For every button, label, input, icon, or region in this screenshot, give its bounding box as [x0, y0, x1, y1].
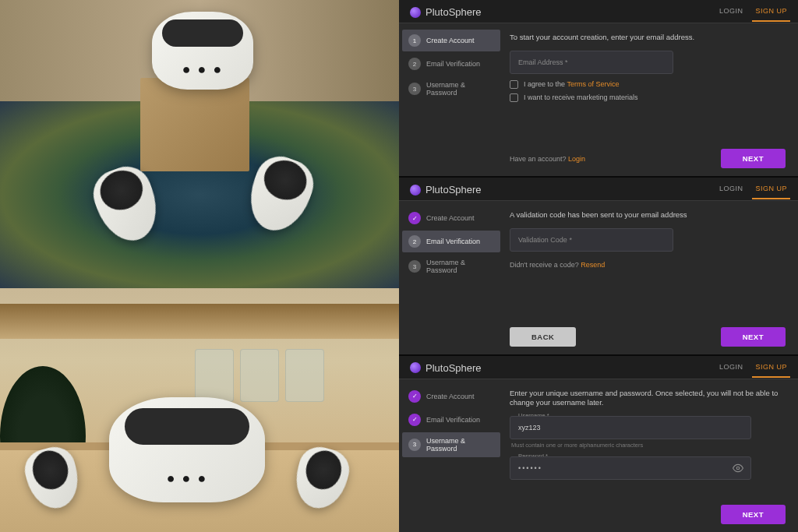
stepper: Create Account Email Verification 3 User… — [399, 379, 500, 532]
brand: PlutoSphere — [410, 6, 482, 18]
username-helper: Must contain one or more alphanumeric ch… — [511, 442, 786, 449]
terms-checkbox[interactable] — [510, 80, 518, 89]
step-label: Email Verification — [426, 238, 480, 245]
brand: PlutoSphere — [410, 184, 482, 196]
next-button[interactable]: NEXT — [721, 149, 786, 168]
step-badge-3: 3 — [408, 260, 421, 273]
step-badge-2-done — [408, 414, 421, 426]
stepper: 1 Create Account 2 Email Verification 3 … — [399, 23, 500, 176]
terms-prefix: I agree to the — [524, 80, 567, 88]
validation-code-input[interactable]: Validation Code * — [510, 228, 673, 252]
photo-headset-on-box — [0, 0, 399, 288]
brand-icon — [410, 7, 421, 18]
next-button[interactable]: NEXT — [721, 505, 786, 524]
username-input[interactable]: xyz123 — [510, 416, 751, 439]
brand-name: PlutoSphere — [425, 184, 482, 196]
step-badge-3: 3 — [408, 439, 421, 451]
step-label: Username & Password — [426, 81, 494, 97]
step-label: Username & Password — [426, 259, 494, 274]
app-header: PlutoSphere LOGIN SIGN UP — [399, 0, 798, 23]
step-label: Create Account — [426, 37, 475, 44]
signup-link[interactable]: SIGN UP — [755, 7, 787, 17]
terms-of-service-link[interactable]: Terms of Service — [567, 80, 619, 88]
step-email-verification[interactable]: 2 Email Verification — [402, 231, 500, 252]
instruction-text: A validation code has been sent to your … — [510, 210, 786, 220]
brand: PlutoSphere — [410, 362, 482, 374]
step-label: Username & Password — [426, 437, 494, 453]
brand-name: PlutoSphere — [425, 6, 482, 18]
panel-username-password: PlutoSphere LOGIN SIGN UP Create Account… — [399, 356, 798, 532]
stepper: Create Account 2 Email Verification 3 Us… — [399, 201, 500, 354]
email-input[interactable]: Email Address * — [510, 51, 673, 74]
didnt-receive-text: Didn't receive a code? — [510, 261, 581, 269]
step-badge-3: 3 — [408, 83, 421, 95]
toggle-password-visibility-icon[interactable] — [733, 463, 743, 474]
step-label: Create Account — [426, 393, 475, 400]
app-header: PlutoSphere LOGIN SIGN UP — [399, 178, 798, 201]
step-username-password: 3 Username & Password — [402, 76, 500, 101]
svg-point-0 — [736, 467, 740, 470]
step-badge-2: 2 — [408, 235, 421, 248]
panel-email-verification: PlutoSphere LOGIN SIGN UP Create Account… — [399, 178, 798, 354]
login-link[interactable]: LOGIN — [719, 185, 743, 195]
password-input[interactable]: •••••• — [510, 456, 751, 480]
login-inline-link[interactable]: Login — [568, 155, 585, 163]
step-email-verification: 2 Email Verification — [402, 53, 500, 75]
signup-link[interactable]: SIGN UP — [755, 185, 787, 195]
marketing-label: I want to receive marketing materials — [524, 93, 638, 101]
marketing-checkbox[interactable] — [510, 93, 518, 102]
step-label: Email Verification — [426, 60, 480, 68]
step-username-password: 3 Username & Password — [402, 254, 500, 279]
panel-create-account: PlutoSphere LOGIN SIGN UP 1 Create Accou… — [399, 0, 798, 176]
step-email-verification[interactable]: Email Verification — [402, 409, 500, 431]
step-badge-2: 2 — [408, 58, 421, 70]
back-button[interactable]: BACK — [510, 327, 576, 347]
step-badge-1-done — [408, 390, 421, 403]
step-create-account[interactable]: Create Account — [402, 386, 500, 407]
brand-icon — [410, 362, 421, 373]
product-photos — [0, 0, 399, 532]
step-label: Create Account — [426, 214, 475, 222]
resend-link[interactable]: Resend — [581, 261, 605, 269]
signup-flow-screenshots: PlutoSphere LOGIN SIGN UP 1 Create Accou… — [399, 0, 798, 532]
login-link[interactable]: LOGIN — [719, 7, 743, 17]
app-header: PlutoSphere LOGIN SIGN UP — [399, 356, 798, 379]
login-link[interactable]: LOGIN — [719, 363, 743, 373]
next-button[interactable]: NEXT — [721, 327, 786, 347]
step-badge-1: 1 — [408, 34, 421, 47]
brand-icon — [410, 185, 421, 196]
signup-link[interactable]: SIGN UP — [755, 363, 787, 373]
step-badge-1-done — [408, 212, 421, 224]
step-create-account[interactable]: 1 Create Account — [402, 30, 500, 51]
step-label: Email Verification — [426, 416, 480, 424]
brand-name: PlutoSphere — [425, 362, 482, 374]
photo-headset-on-shelf — [0, 288, 399, 532]
instruction-text: Enter your unique username and password.… — [510, 389, 786, 409]
step-create-account[interactable]: Create Account — [402, 207, 500, 229]
have-account-text: Have an account? — [510, 155, 568, 163]
instruction-text: To start your account creation, enter yo… — [510, 33, 786, 43]
step-username-password[interactable]: 3 Username & Password — [402, 432, 500, 457]
